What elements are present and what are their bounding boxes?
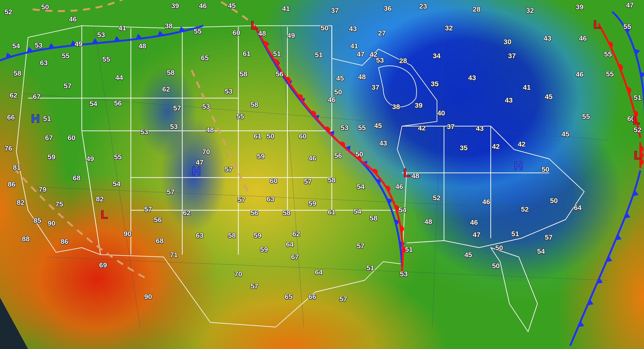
state-borders <box>0 0 644 349</box>
bottom-left-overlay-corner <box>0 298 28 349</box>
weather-map[interactable]: 5250394645413736232832394746413855604849… <box>0 0 644 349</box>
